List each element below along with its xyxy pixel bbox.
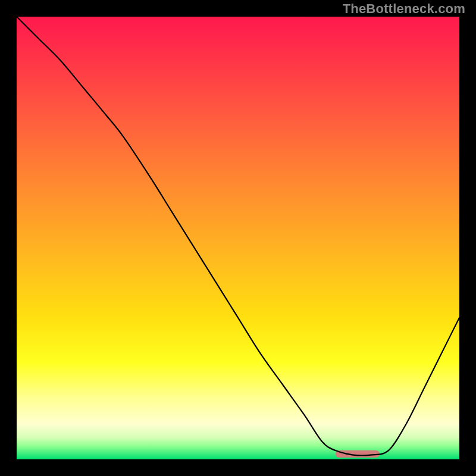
watermark-text: TheBottleneck.com xyxy=(343,1,465,17)
chart-line xyxy=(17,17,459,459)
chart-line-path xyxy=(17,17,459,456)
chart-plot-area xyxy=(17,17,459,459)
